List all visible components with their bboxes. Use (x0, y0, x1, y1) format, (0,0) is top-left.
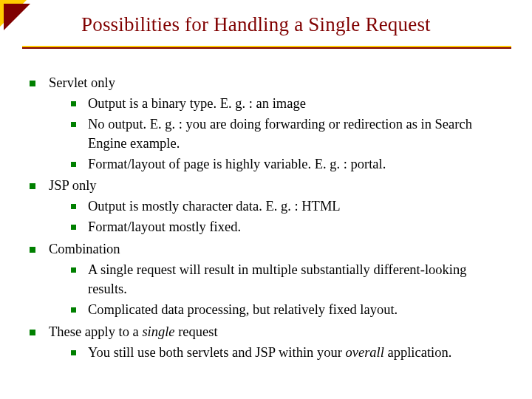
text-fragment: These apply to a (49, 324, 142, 339)
bullet-icon (71, 101, 76, 106)
list-item: JSP only Output is mostly character data… (30, 177, 502, 239)
list-item: A single request will result in multiple… (71, 261, 502, 299)
list-item-text: Complicated data processing, but relativ… (88, 301, 502, 320)
underline-maroon (22, 47, 511, 49)
list-item-text: JSP only (49, 178, 97, 193)
bullet-icon (71, 267, 76, 273)
title-underline (22, 46, 511, 49)
corner-decoration (0, 0, 27, 27)
corner-maroon (4, 4, 30, 30)
list-item: You still use both servlets and JSP with… (71, 344, 502, 363)
list-item: Format/layout mostly fixed. (71, 218, 502, 237)
list-item-text: A single request will result in multiple… (88, 261, 502, 299)
list-item-text: You still use both servlets and JSP with… (88, 344, 502, 363)
list-item-text: Combination (49, 242, 120, 256)
bullet-icon (71, 225, 76, 230)
list-item-text: Format/layout mostly fixed. (88, 218, 502, 237)
text-fragment: You still use both servlets and JSP with… (88, 345, 345, 360)
bullet-icon (30, 330, 35, 335)
bullet-icon (71, 307, 76, 313)
list-item-text: Output is a binary type. E. g. : an imag… (88, 95, 502, 114)
list-item: No output. E. g. : you are doing forward… (71, 115, 502, 154)
corner-yellow (0, 0, 27, 27)
list-item-text: Format/layout of page is highly variable… (88, 155, 502, 174)
list-item: Combination A single request will result… (30, 240, 502, 321)
bullet-icon (30, 247, 35, 253)
list-item: Output is mostly character data. E. g. :… (71, 197, 502, 216)
list-item-text: Output is mostly character data. E. g. :… (88, 197, 502, 216)
text-fragment: request (175, 324, 218, 339)
list-item-text: Servlet only (49, 75, 115, 90)
list-item: Servlet only Output is a binary type. E.… (30, 74, 502, 175)
list-item-text: These apply to a single request (49, 324, 218, 339)
list-item-text: No output. E. g. : you are doing forward… (88, 115, 502, 154)
list-item: Format/layout of page is highly variable… (71, 155, 502, 174)
slide: Possibilities for Handling a Single Requ… (0, 0, 532, 399)
slide-content: Servlet only Output is a binary type. E.… (30, 74, 502, 365)
list-item: Output is a binary type. E. g. : an imag… (71, 95, 502, 114)
bullet-icon (71, 350, 76, 355)
bullet-icon (30, 81, 35, 86)
slide-title: Possibilities for Handling a Single Requ… (81, 13, 431, 36)
bullet-icon (71, 162, 76, 167)
bullet-icon (71, 122, 76, 127)
bullet-icon (71, 204, 76, 209)
text-fragment: application. (384, 345, 451, 360)
list-item: Complicated data processing, but relativ… (71, 301, 502, 320)
list-item: These apply to a single request You stil… (30, 323, 502, 364)
text-emphasis: single (142, 324, 174, 339)
text-emphasis: overall (345, 345, 383, 360)
bullet-icon (30, 183, 35, 189)
